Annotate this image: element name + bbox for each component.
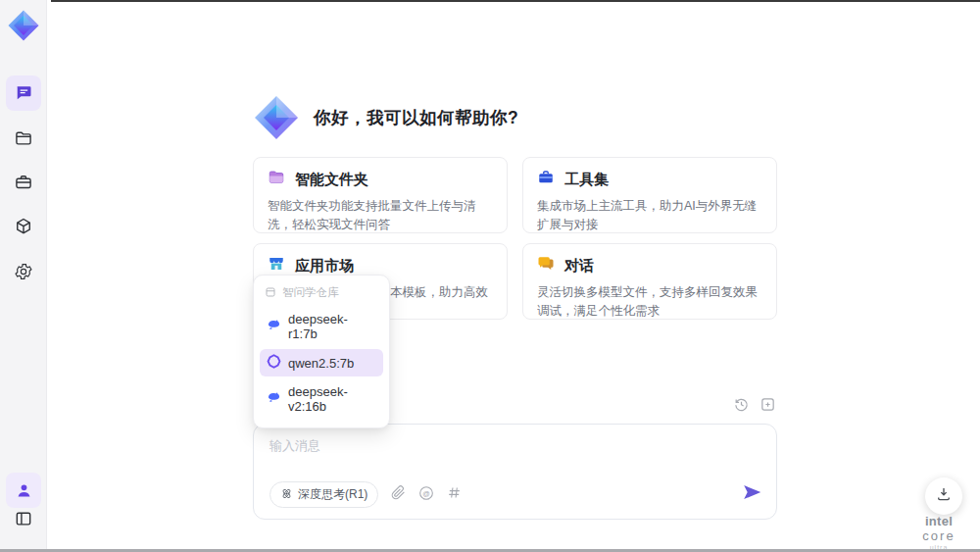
- intel-core-badge: intel core ultra: [907, 514, 970, 551]
- download-button[interactable]: [925, 477, 962, 515]
- window-top-border: [51, 0, 980, 2]
- dropdown-item-label: deepseek-r1:7b: [288, 312, 376, 341]
- briefcase-icon: [14, 173, 33, 192]
- send-button[interactable]: [742, 482, 762, 507]
- dropdown-item-label: qwen2.5:7b: [288, 356, 354, 371]
- history-icon[interactable]: [733, 396, 750, 417]
- cube-icon: [14, 217, 33, 236]
- card-title: 智能文件夹: [295, 171, 368, 189]
- card-description: 集成市场上主流工具，助力AI与外界无缝扩展与对接: [537, 197, 762, 235]
- sidebar-item-models[interactable]: [6, 209, 41, 244]
- dialog-bubbles-icon: [537, 255, 555, 276]
- qwen-logo-icon: [267, 354, 281, 372]
- composer-toolbar: 深度思考(R1) @: [270, 481, 762, 508]
- atom-icon: [280, 487, 293, 503]
- deep-think-toggle[interactable]: 深度思考(R1): [270, 481, 378, 508]
- app-market-store-icon: [268, 255, 285, 276]
- gear-icon: [14, 262, 33, 281]
- app-window: 你好，我可以如何帮助你? 智能文件夹 智能文件夹功能支持批量文件上传与清洗，轻松…: [0, 0, 980, 552]
- intel-wordmark: intel: [925, 514, 953, 528]
- smart-folder-icon: [268, 169, 285, 190]
- composer-top-icons: [733, 396, 776, 417]
- hash-icon[interactable]: [447, 485, 462, 504]
- card-dialog[interactable]: 对话 灵活切换多模型文件，支持多样回复效果调试，满足个性化需求: [522, 243, 777, 320]
- card-title: 工具集: [564, 171, 609, 189]
- dropdown-item-qwen[interactable]: qwen2.5:7b: [260, 349, 383, 376]
- chat-bubble-icon: [14, 83, 33, 103]
- card-description: 智能文件夹功能支持批量文件上传与清洗，轻松实现文件问答: [268, 197, 493, 235]
- greeting: 你好，我可以如何帮助你?: [253, 94, 518, 141]
- page-title: 你好，我可以如何帮助你?: [314, 106, 518, 129]
- card-description: 灵活切换多模型文件，支持多样回复效果调试，满足个性化需求: [537, 283, 762, 322]
- dropdown-item-label: deepseek-v2:16b: [288, 384, 376, 414]
- card-title: 对话: [564, 257, 594, 276]
- dropdown-item-deepseek-v2[interactable]: deepseek-v2:16b: [260, 379, 383, 419]
- card-title: 应用市场: [295, 257, 354, 276]
- download-icon: [935, 485, 953, 507]
- svg-text:@: @: [423, 488, 430, 497]
- person-icon: [15, 481, 33, 500]
- repo-icon: [265, 286, 276, 300]
- core-wordmark: core: [922, 528, 955, 543]
- sidebar-item-toolbox[interactable]: [6, 165, 41, 200]
- sidebar-item-folders[interactable]: [6, 121, 41, 156]
- sidebar-item-settings[interactable]: [6, 254, 41, 289]
- sidebar: [0, 0, 47, 549]
- new-window-icon[interactable]: [760, 396, 776, 417]
- deepseek-whale-icon: [267, 390, 281, 408]
- deepseek-whale-icon: [267, 318, 281, 335]
- card-toolkit[interactable]: 工具集 集成市场上主流工具，助力AI与外界无缝扩展与对接: [522, 157, 777, 233]
- message-input[interactable]: 输入消息: [270, 437, 320, 455]
- message-composer[interactable]: 输入消息 深度思考(R1): [253, 424, 777, 520]
- panel-layout-icon: [14, 509, 33, 528]
- app-logo-icon[interactable]: [7, 9, 40, 42]
- dropdown-header: 智问学仓库: [254, 279, 389, 304]
- sidebar-item-panel-toggle[interactable]: [6, 501, 41, 536]
- toolkit-briefcase-icon: [537, 169, 555, 190]
- card-smart-folder[interactable]: 智能文件夹 智能文件夹功能支持批量文件上传与清洗，轻松实现文件问答: [253, 157, 508, 233]
- sidebar-item-chat[interactable]: [6, 75, 41, 111]
- model-dropdown: 智问学仓库 deepseek-r1:7b qwen2.5:7b: [253, 275, 390, 428]
- folder-icon: [14, 128, 33, 148]
- app-logo-large-icon: [253, 94, 300, 141]
- deep-think-label: 深度思考(R1): [298, 486, 368, 503]
- dropdown-item-deepseek-r1[interactable]: deepseek-r1:7b: [260, 307, 383, 346]
- paperclip-icon[interactable]: [391, 485, 406, 504]
- dropdown-header-label: 智问学仓库: [282, 285, 339, 300]
- at-mention-icon[interactable]: @: [418, 485, 434, 505]
